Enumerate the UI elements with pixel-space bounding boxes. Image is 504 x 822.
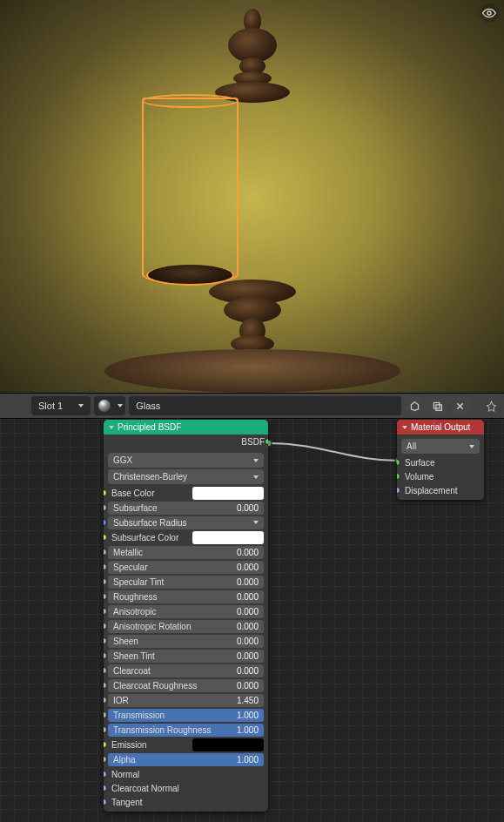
input-socket[interactable] (104, 504, 107, 511)
input-transmission-roughness[interactable]: Transmission Roughness1.000 (108, 723, 264, 737)
input-socket[interactable] (397, 473, 400, 480)
input-socket[interactable] (104, 608, 107, 615)
chevron-down-icon (253, 459, 259, 462)
output-socket[interactable] (265, 438, 268, 445)
svg-point-0 (487, 11, 491, 15)
viewport-3d[interactable] (0, 0, 504, 393)
input-specular-tint[interactable]: Specular Tint0.000 (108, 575, 264, 589)
value-slider[interactable]: Transmission1.000 (108, 709, 264, 722)
input-tangent: Tangent (108, 795, 264, 809)
fake-user-button[interactable] (405, 396, 424, 415)
input-volume: Volume (401, 469, 480, 483)
input-socket[interactable] (104, 519, 107, 526)
value-slider[interactable]: Anisotropic0.000 (108, 605, 264, 618)
color-swatch[interactable] (192, 738, 264, 751)
input-socket[interactable] (104, 756, 107, 763)
material-preview-icon[interactable] (94, 396, 115, 415)
glass-cylinder-selection[interactable] (142, 98, 239, 285)
node-header[interactable]: Principled BSDF (104, 420, 268, 435)
input-socket[interactable] (104, 697, 107, 704)
input-socket[interactable] (104, 741, 107, 748)
chevron-down-icon (78, 404, 84, 408)
input-socket[interactable] (104, 785, 107, 792)
value-slider[interactable]: Metallic0.000 (108, 546, 264, 559)
input-socket[interactable] (104, 682, 107, 689)
input-alpha[interactable]: Alpha1.000 (108, 752, 264, 766)
node-editor[interactable]: Principled BSDF BSDF GGX Christensen-Bur… (0, 419, 504, 822)
input-socket[interactable] (104, 578, 107, 585)
value-slider[interactable]: Transmission Roughness1.000 (108, 724, 264, 737)
distribution-dropdown[interactable]: GGX (108, 453, 264, 468)
value-slider[interactable]: Clearcoat0.000 (108, 664, 264, 677)
input-socket[interactable] (104, 593, 107, 600)
material-toolbar: Slot 1 Glass (0, 393, 504, 419)
input-socket[interactable] (104, 652, 107, 659)
unlink-material-button[interactable] (450, 396, 469, 415)
input-socket[interactable] (104, 726, 107, 733)
input-subsurface-radius[interactable]: Subsurface Radius (108, 515, 264, 529)
input-socket[interactable] (104, 534, 107, 541)
collapse-triangle-icon[interactable] (402, 426, 407, 429)
color-swatch[interactable] (192, 531, 264, 544)
node-principled-bsdf[interactable]: Principled BSDF BSDF GGX Christensen-Bur… (104, 420, 268, 812)
input-specular[interactable]: Specular0.000 (108, 560, 264, 574)
input-socket[interactable] (104, 667, 107, 674)
input-socket[interactable] (397, 459, 400, 466)
value-slider[interactable]: IOR1.450 (108, 694, 264, 707)
input-clearcoat[interactable]: Clearcoat0.000 (108, 664, 264, 677)
chevron-down-icon (118, 404, 123, 408)
input-socket[interactable] (104, 563, 107, 570)
input-emission[interactable]: Emission (108, 738, 264, 751)
visibility-eye-icon[interactable] (480, 3, 499, 23)
slot-label: Slot 1 (38, 401, 63, 411)
input-displacement: Displacement (401, 483, 480, 497)
input-sheen-tint[interactable]: Sheen Tint0.000 (108, 649, 264, 663)
node-material-output[interactable]: Material Output All SurfaceVolumeDisplac… (397, 420, 484, 500)
input-anisotropic-rotation[interactable]: Anisotropic Rotation0.000 (108, 619, 264, 633)
value-slider[interactable]: Sheen0.000 (108, 635, 264, 648)
input-socket[interactable] (104, 711, 107, 718)
input-roughness[interactable]: Roughness0.000 (108, 590, 264, 603)
chevron-down-icon (469, 445, 474, 448)
value-slider[interactable]: Alpha1.000 (108, 753, 264, 766)
value-slider[interactable]: Subsurface0.000 (108, 502, 264, 515)
pedestal-bottom (161, 280, 344, 393)
input-surface: Surface (401, 455, 480, 469)
input-subsurface-color[interactable]: Subsurface Color (108, 530, 264, 544)
input-clearcoat-roughness[interactable]: Clearcoat Roughness0.000 (108, 678, 264, 692)
material-slot-dropdown[interactable]: Slot 1 (31, 396, 91, 415)
node-header[interactable]: Material Output (397, 420, 484, 435)
output-target-dropdown[interactable]: All (401, 439, 480, 454)
input-anisotropic[interactable]: Anisotropic0.000 (108, 604, 264, 618)
input-socket[interactable] (397, 487, 400, 494)
input-subsurface[interactable]: Subsurface0.000 (108, 501, 264, 515)
value-slider[interactable]: Clearcoat Roughness0.000 (108, 679, 264, 692)
value-slider[interactable]: Sheen Tint0.000 (108, 650, 264, 663)
material-name-field[interactable]: Glass (129, 396, 401, 415)
material-browse-dropdown[interactable] (115, 396, 125, 415)
input-socket[interactable] (104, 771, 107, 778)
input-socket[interactable] (104, 623, 107, 630)
chevron-down-icon (253, 475, 259, 479)
input-socket[interactable] (104, 798, 107, 805)
output-label: BSDF (241, 437, 265, 447)
value-slider[interactable]: Anisotropic Rotation0.000 (108, 620, 264, 633)
input-base-color[interactable]: Base Color (108, 486, 264, 500)
node-title: Principled BSDF (118, 422, 181, 432)
input-socket[interactable] (104, 637, 107, 644)
input-ior[interactable]: IOR1.450 (108, 693, 264, 707)
input-socket[interactable] (104, 489, 107, 496)
input-transmission[interactable]: Transmission1.000 (108, 708, 264, 722)
subsurface-method-dropdown[interactable]: Christensen-Burley (108, 469, 264, 484)
duplicate-material-button[interactable] (427, 396, 447, 415)
color-swatch[interactable] (192, 487, 264, 500)
value-slider[interactable]: Specular0.000 (108, 561, 264, 574)
value-slider[interactable]: Specular Tint0.000 (108, 576, 264, 589)
value-slider[interactable]: Roughness0.000 (108, 590, 264, 603)
input-sheen[interactable]: Sheen0.000 (108, 634, 264, 648)
pin-button[interactable] (481, 396, 501, 415)
input-metallic[interactable]: Metallic0.000 (108, 545, 264, 559)
input-socket[interactable] (104, 549, 107, 556)
node-title: Material Output (411, 422, 470, 432)
collapse-triangle-icon[interactable] (109, 426, 114, 429)
